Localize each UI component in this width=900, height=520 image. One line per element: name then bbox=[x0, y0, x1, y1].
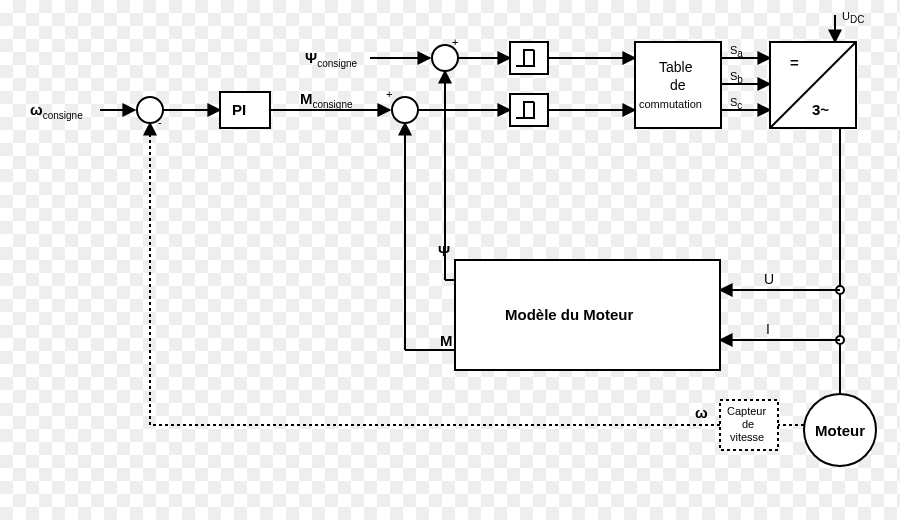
udc-label: UDC bbox=[842, 10, 864, 25]
sum-flux-plus: + bbox=[452, 36, 458, 48]
sb-label: Sb bbox=[730, 70, 743, 85]
i-label: I bbox=[766, 321, 770, 337]
m-ref-label: Mconsigne bbox=[300, 90, 353, 110]
sc-label: Sc bbox=[730, 96, 742, 111]
motor-model-label: Modèle du Moteur bbox=[505, 306, 633, 323]
omega-label: ω bbox=[695, 404, 708, 421]
inverter-top: = bbox=[790, 54, 799, 71]
sum-speed-minus: - bbox=[158, 116, 162, 128]
hysteresis-torque bbox=[510, 94, 548, 126]
sum-torque bbox=[392, 97, 418, 123]
psi-label: Ψ bbox=[438, 242, 450, 259]
speed-sensor-l3: vitesse bbox=[730, 431, 764, 443]
speed-sensor-l2: de bbox=[742, 418, 754, 430]
hysteresis-flux bbox=[510, 42, 548, 74]
table-l3: commutation bbox=[639, 98, 702, 110]
table-l2: de bbox=[670, 77, 686, 93]
table-l1: Table bbox=[659, 59, 693, 75]
m-label: M bbox=[440, 332, 453, 349]
u-label: U bbox=[764, 271, 774, 287]
omega-ref-label: ωconsigne bbox=[30, 101, 83, 121]
pi-label: PI bbox=[232, 101, 246, 118]
block-diagram: ωconsigne - PI Mconsigne + Ψconsigne + T… bbox=[0, 0, 900, 520]
inverter-bot: 3~ bbox=[812, 101, 829, 118]
speed-sensor-l1: Capteur bbox=[727, 405, 766, 417]
sum-flux bbox=[432, 45, 458, 71]
psi-ref-label: Ψconsigne bbox=[305, 49, 358, 69]
sa-label: Sa bbox=[730, 44, 743, 59]
sum-torque-plus: + bbox=[386, 88, 392, 100]
motor-label: Moteur bbox=[815, 422, 865, 439]
